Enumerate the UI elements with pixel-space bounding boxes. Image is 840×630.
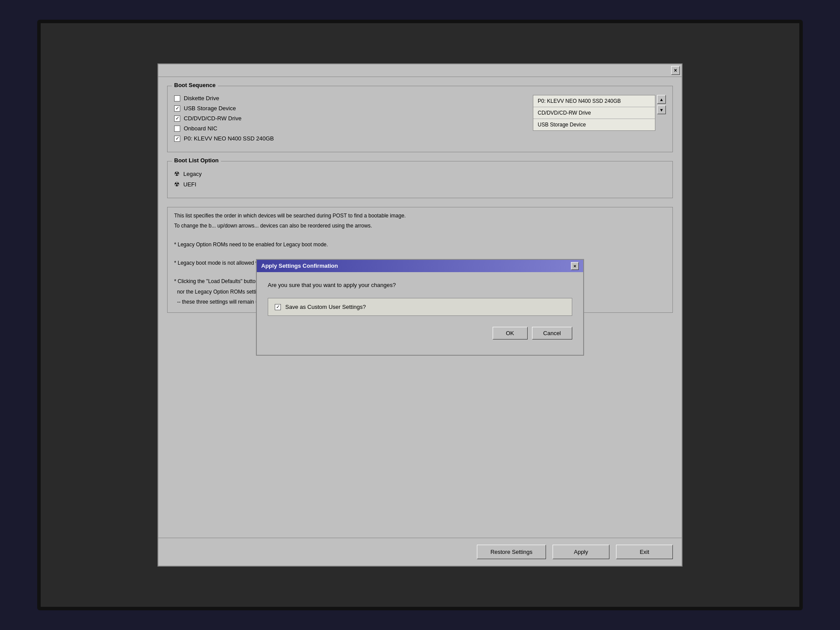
modal-close-button[interactable]: ×: [571, 262, 579, 270]
apply-button[interactable]: Apply: [553, 545, 609, 559]
bios-window: × Boot Sequence Diskette Drive USB Stora…: [158, 63, 682, 567]
window-close-button[interactable]: ×: [671, 66, 680, 75]
modal-ok-button[interactable]: OK: [493, 327, 528, 340]
save-custom-label: Save as Custom User Settings?: [285, 304, 366, 310]
modal-save-custom-container: Save as Custom User Settings?: [268, 298, 572, 316]
modal-overlay: Apply Settings Confirmation × Are you su…: [158, 77, 682, 538]
bottom-bar: Restore Settings Apply Exit: [158, 538, 682, 566]
save-custom-checkbox[interactable]: [275, 304, 281, 310]
restore-settings-button[interactable]: Restore Settings: [477, 545, 546, 559]
modal-title-text: Apply Settings Confirmation: [261, 262, 338, 269]
modal-footer: OK Cancel: [268, 327, 572, 346]
apply-settings-dialog: Apply Settings Confirmation × Are you su…: [256, 259, 584, 356]
main-content: Boot Sequence Diskette Drive USB Storage…: [158, 77, 682, 538]
screen-bezel: × Boot Sequence Diskette Drive USB Stora…: [37, 20, 803, 610]
modal-title-bar: Apply Settings Confirmation ×: [257, 260, 583, 272]
modal-cancel-button[interactable]: Cancel: [532, 327, 572, 340]
exit-button[interactable]: Exit: [616, 545, 673, 559]
modal-body: Are you sure that you want to apply your…: [257, 272, 583, 355]
title-bar: ×: [158, 64, 682, 77]
modal-question-text: Are you sure that you want to apply your…: [268, 281, 572, 290]
